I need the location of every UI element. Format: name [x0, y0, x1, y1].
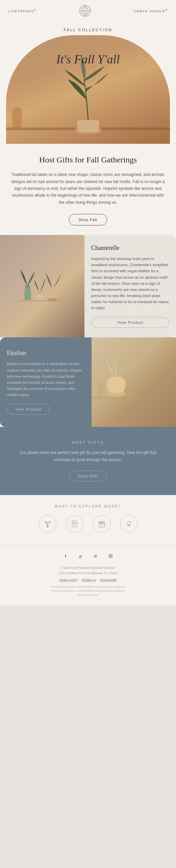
hero-title: It's Fall Y'all [6, 52, 170, 66]
intro-heading: Host Gifts for Fall Gatherings [11, 155, 165, 165]
svg-rect-18 [128, 384, 134, 397]
svg-rect-17 [98, 381, 103, 397]
hero-image: It's Fall Y'all [6, 35, 170, 144]
linkedin-icon[interactable]: in [91, 551, 100, 561]
footer-disclaimer: This email was sent to hello@hello.com b… [7, 585, 169, 603]
social-icons-row: f p in [7, 551, 169, 561]
ekollon-title: Ekollon [7, 350, 85, 357]
instagram-icon[interactable] [106, 551, 115, 561]
svg-rect-29 [109, 554, 112, 558]
svg-point-31 [111, 555, 112, 555]
ekollon-description: Ekollon's minimalism is a celebration of… [7, 361, 85, 398]
chanterelle-view-product-button[interactable]: View Product [91, 317, 169, 328]
explore-item-gift[interactable] [93, 515, 111, 533]
unsubscribe-link[interactable]: Unsubscribe [100, 578, 117, 581]
chanterelle-description: Inspired by the stunning rivets seen in … [91, 256, 169, 311]
ekollon-content: Ekollon Ekollon's minimalism is a celebr… [0, 337, 92, 427]
intro-body: Traditional fall takes on a sleek new sh… [11, 171, 165, 206]
svg-rect-9 [19, 300, 66, 302]
idea-icon [120, 515, 138, 533]
explore-item-plant[interactable] [39, 515, 56, 533]
chanterelle-image [0, 235, 84, 337]
shop-gifts-button[interactable]: Shop Gifts [69, 471, 107, 481]
ekollon-card: Ekollon Ekollon's minimalism is a celebr… [0, 337, 176, 427]
svg-rect-20 [72, 521, 77, 527]
fall-collection-label: FALL COLLECTION [0, 22, 176, 35]
host-gifts-label: HOST GIFTS [11, 440, 165, 445]
gift-icon [93, 515, 111, 533]
explore-item-idea[interactable] [120, 515, 138, 533]
ekollon-image [92, 337, 176, 427]
footer-links: privacy policy · contact us · Unsubscrib… [7, 578, 169, 581]
explore-icons-row [7, 515, 169, 533]
ekollon-view-product-button[interactable]: View Product [7, 404, 50, 415]
header-logo [79, 5, 91, 17]
shop-fall-button[interactable]: Shop Fall [69, 214, 107, 225]
header: LIVETRENDS® URBAN JUNGLE® [0, 0, 176, 22]
chanterelle-content: Chanterelle Inspired by the stunning riv… [84, 235, 176, 337]
svg-point-27 [127, 521, 131, 525]
svg-rect-7 [77, 120, 99, 132]
plant-icon [39, 515, 56, 533]
brand-right: URBAN JUNGLE® [134, 9, 168, 13]
facebook-icon[interactable]: f [61, 551, 71, 561]
social-footer: f p in © 2023 LIVETRENDS DESIGN GROUP 67… [0, 546, 176, 605]
svg-rect-12 [48, 298, 57, 301]
explore-label: WANT TO EXPLORE MORE? [7, 505, 169, 508]
host-gifts-section: HOST GIFTS Our plants make the perfect h… [0, 427, 176, 495]
chanterelle-card: Chanterelle Inspired by the stunning riv… [0, 235, 176, 337]
privacy-link[interactable]: privacy policy [59, 578, 77, 581]
chanterelle-product-image [19, 245, 66, 327]
host-gifts-body: Our plants make the perfect host gift fo… [11, 449, 165, 463]
pinterest-icon[interactable]: p [76, 551, 85, 561]
contact-link[interactable]: contact us [82, 578, 96, 581]
svg-point-30 [110, 555, 111, 557]
chanterelle-title: Chanterelle [91, 244, 169, 252]
intro-section: Host Gifts for Fall Gatherings Tradition… [0, 144, 176, 235]
explore-item-catalog[interactable] [66, 515, 83, 533]
catalog-icon [66, 515, 83, 533]
product-section: Chanterelle Inspired by the stunning riv… [0, 235, 176, 427]
explore-section: WANT TO EXPLORE MORE? [0, 495, 176, 546]
brand-left: LIVETRENDS® [8, 9, 37, 13]
ekollon-product-image [92, 337, 139, 426]
footer-address: © 2023 LIVETRENDS DESIGN GROUP 6701 Gard… [7, 566, 169, 575]
